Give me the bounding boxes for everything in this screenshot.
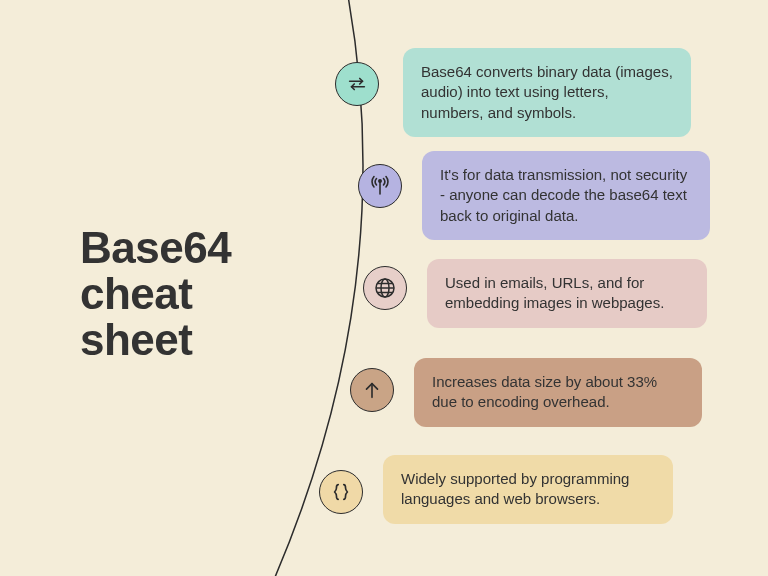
svg-point-1 [379,180,381,182]
antenna-icon [358,164,402,208]
info-card: Base64 converts binary data (images, aud… [403,48,691,137]
swap-icon [335,62,379,106]
card-text: Used in emails, URLs, and for embedding … [445,274,664,311]
info-card: It's for data transmission, not security… [422,151,710,240]
card-text: Base64 converts binary data (images, aud… [421,63,673,121]
globe-icon [363,266,407,310]
page-title: Base64cheatsheet [80,225,231,364]
card-text: It's for data transmission, not security… [440,166,687,224]
card-text: Increases data size by about 33% due to … [432,373,657,410]
braces-icon [319,470,363,514]
info-card: Used in emails, URLs, and for embedding … [427,259,707,328]
info-card: Widely supported by programming language… [383,455,673,524]
arrow-up-icon [350,368,394,412]
info-card: Increases data size by about 33% due to … [414,358,702,427]
card-text: Widely supported by programming language… [401,470,629,507]
